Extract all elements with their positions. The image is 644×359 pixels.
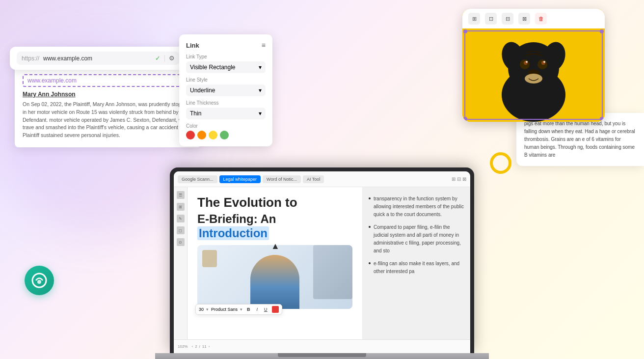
laptop-screen: Google Scann... Legal whitepaper Word of… — [174, 171, 470, 353]
page-prev-icon[interactable]: ‹ — [191, 344, 193, 349]
dog-tool-frame[interactable]: ⊡ — [485, 13, 497, 25]
doc-object-left — [202, 250, 217, 267]
laptop-base — [155, 353, 489, 359]
screen-doc-area: The Evolution to E-Briefing: An Introduc… — [188, 187, 362, 339]
sidebar-icon-1[interactable]: ☰ — [177, 191, 185, 199]
dog-image-card: ⊞ ⊡ ⊟ ⊠ 🗑 — [462, 9, 605, 122]
resize-handle-tr[interactable] — [600, 29, 604, 33]
screen-left-sidebar: ☰ ⊞ ✎ ◻ ⊙ — [174, 187, 188, 339]
color-dot-red[interactable] — [186, 131, 195, 139]
page-next-icon[interactable]: › — [209, 344, 210, 349]
format-font-chevron: ▾ — [240, 307, 242, 312]
line-style-label: Line Style — [186, 77, 266, 83]
dog-tool-group[interactable]: ⊠ — [518, 13, 530, 25]
url-divider — [164, 55, 165, 62]
dog-image-area — [462, 28, 605, 122]
doc-cursor: ▲ — [271, 241, 280, 251]
dog-svg — [489, 31, 578, 122]
color-dot-green[interactable] — [220, 131, 229, 139]
url-card: https:// www.example.com ✓ ⚙ — [10, 47, 187, 70]
screen-toolbar-icons: ⊞ ⊟ ⊠ — [452, 176, 466, 182]
laptop-screen-outer: Google Scann... Legal whitepaper Word of… — [170, 167, 474, 353]
format-underline-button[interactable]: U — [262, 306, 269, 313]
bullet-dot-1 — [369, 197, 371, 199]
resize-handle-bl[interactable] — [463, 117, 467, 121]
screen-bottom-bar: 102% ‹ 2 / 11 › — [174, 339, 470, 353]
tab-google-scan[interactable]: Google Scann... — [178, 175, 217, 183]
color-dot-yellow[interactable] — [209, 131, 217, 139]
yellow-decorative-ring — [490, 152, 511, 174]
tab-legal-whitepaper[interactable]: Legal whitepaper — [219, 175, 261, 183]
link-panel-settings-icon[interactable]: ≡ — [262, 41, 266, 49]
legal-document-card: www.example.com Mary Ann Johnson On Sep … — [15, 66, 201, 147]
url-settings-icon[interactable]: ⚙ — [169, 55, 175, 62]
line-style-value: Underline — [190, 87, 215, 94]
bullet-text-3: e-filing can also make it eas layers, an… — [374, 260, 464, 276]
sidebar-icon-2[interactable]: ⊞ — [177, 203, 185, 211]
dog-card-toolbar: ⊞ ⊡ ⊟ ⊠ 🗑 — [462, 9, 605, 28]
link-type-chevron: ▾ — [259, 64, 262, 71]
url-bar[interactable]: https:// www.example.com ✓ ⚙ — [17, 52, 180, 65]
laptop: Google Scann... Legal whitepaper Word of… — [155, 167, 489, 359]
zoom-level: 102% — [178, 344, 188, 349]
link-type-label: Link Type — [186, 54, 266, 59]
svg-point-11 — [525, 74, 542, 83]
sidebar-icon-3[interactable]: ✎ — [177, 215, 185, 222]
resize-handle-tl[interactable] — [463, 29, 467, 33]
format-color-box[interactable] — [272, 306, 279, 313]
line-thickness-value: Thin — [190, 110, 201, 117]
dog-tool-delete[interactable]: 🗑 — [535, 13, 547, 25]
tab-word-notice[interactable]: Word of Notic... — [263, 175, 301, 183]
doc-image-placeholder — [197, 245, 352, 309]
url-selection-box: www.example.com — [23, 74, 193, 87]
doc-window-bg — [313, 245, 352, 299]
text-format-bar: 30 ▾ Product Sans ▾ B I U — [195, 304, 282, 315]
bullet-text-2: Compared to paper filing, e-filin the ju… — [374, 223, 464, 255]
svg-point-8 — [526, 61, 528, 63]
line-thickness-chevron: ▾ — [259, 110, 262, 117]
page-separator: / — [199, 344, 200, 349]
teal-circle — [25, 266, 54, 295]
legal-plaintiff-name: Mary Ann Johnson — [23, 91, 193, 98]
screen-tabs: Google Scann... Legal whitepaper Word of… — [178, 175, 324, 183]
link-panel: Link ≡ Link Type Visible Rectangle ▾ Lin… — [179, 34, 272, 146]
tab-ai-tool[interactable]: AI Tool — [303, 175, 324, 183]
legal-body-text: On Sep 02, 2022, the Plaintiff, Mary Ann… — [23, 101, 193, 139]
url-scheme: https:// — [22, 55, 39, 62]
doc-person-figure — [250, 255, 299, 309]
link-type-select[interactable]: Visible Rectangle ▾ — [186, 61, 266, 73]
link-type-value: Visible Rectangle — [190, 64, 236, 71]
svg-point-13 — [37, 280, 41, 284]
right-text-body: pigs eat more than the human head, but y… — [524, 120, 636, 159]
sidebar-icon-5[interactable]: ⊙ — [177, 238, 185, 246]
format-divider: ▾ — [206, 307, 209, 312]
url-check-icon: ✓ — [155, 55, 161, 62]
dog-tool-layers[interactable]: ⊞ — [468, 13, 480, 25]
page-current: 2 — [195, 344, 197, 349]
line-style-select[interactable]: Underline ▾ — [186, 84, 266, 96]
screen-right-text-panel: transparency in the function system by a… — [362, 187, 470, 339]
screen-toolbar: Google Scann... Legal whitepaper Word of… — [174, 171, 470, 187]
format-bold-button[interactable]: B — [245, 306, 252, 313]
sidebar-icon-4[interactable]: ◻ — [177, 226, 185, 234]
format-size[interactable]: 30 — [199, 307, 204, 312]
color-dot-orange[interactable] — [197, 131, 206, 139]
line-style-chevron: ▾ — [259, 87, 262, 94]
format-font[interactable]: Product Sans — [211, 307, 238, 312]
format-italic-button[interactable]: I — [255, 306, 260, 313]
line-thickness-label: Line Thickness — [186, 100, 266, 106]
updf-logo-svg — [31, 272, 48, 289]
line-thickness-select[interactable]: Thin ▾ — [186, 108, 266, 119]
laptop-base-notch — [278, 353, 366, 357]
bullet-item-2: Compared to paper filing, e-filin the ju… — [369, 223, 464, 255]
screen-body: ☰ ⊞ ✎ ◻ ⊙ The Evolution to E-Briefing: A… — [174, 187, 470, 339]
screen-toolbar-right: ⊞ ⊟ ⊠ — [452, 176, 466, 182]
dog-tool-export[interactable]: ⊟ — [502, 13, 513, 25]
bullet-text-1: transparency in the function system by a… — [374, 195, 464, 219]
bullet-item-3: e-filing can also make it eas layers, an… — [369, 260, 464, 276]
resize-handle-br[interactable] — [600, 117, 604, 121]
bullet-dot-2 — [369, 226, 371, 228]
updf-logo — [25, 266, 54, 295]
link-panel-title: Link — [186, 42, 199, 49]
link-panel-header: Link ≡ — [186, 41, 266, 49]
